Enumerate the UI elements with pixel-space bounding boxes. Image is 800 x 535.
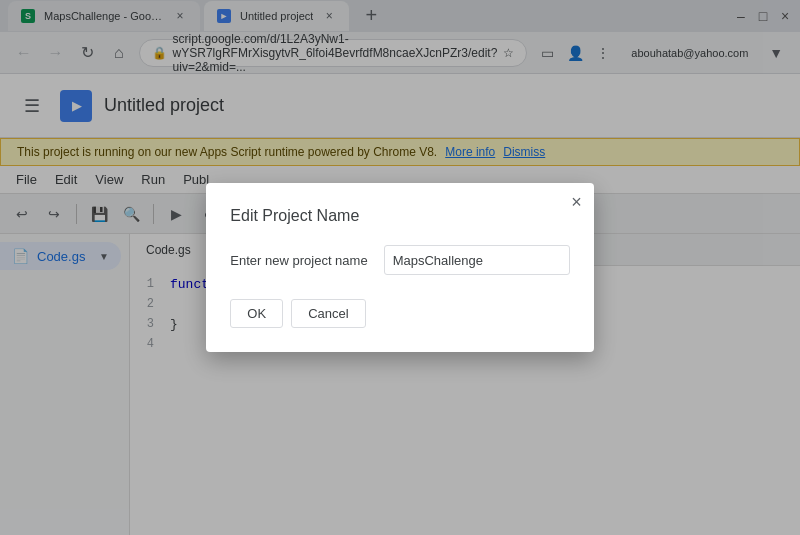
cancel-button[interactable]: Cancel	[291, 299, 365, 328]
dialog-input-row: Enter new project name	[230, 245, 569, 275]
dialog-title: Edit Project Name	[230, 207, 569, 225]
ok-button[interactable]: OK	[230, 299, 283, 328]
dialog-label: Enter new project name	[230, 253, 367, 268]
dialog-overlay: × Edit Project Name Enter new project na…	[0, 0, 800, 535]
edit-project-name-dialog: × Edit Project Name Enter new project na…	[206, 183, 593, 352]
dialog-close-button[interactable]: ×	[571, 193, 582, 211]
project-name-input[interactable]	[384, 245, 570, 275]
dialog-buttons: OK Cancel	[230, 299, 569, 328]
